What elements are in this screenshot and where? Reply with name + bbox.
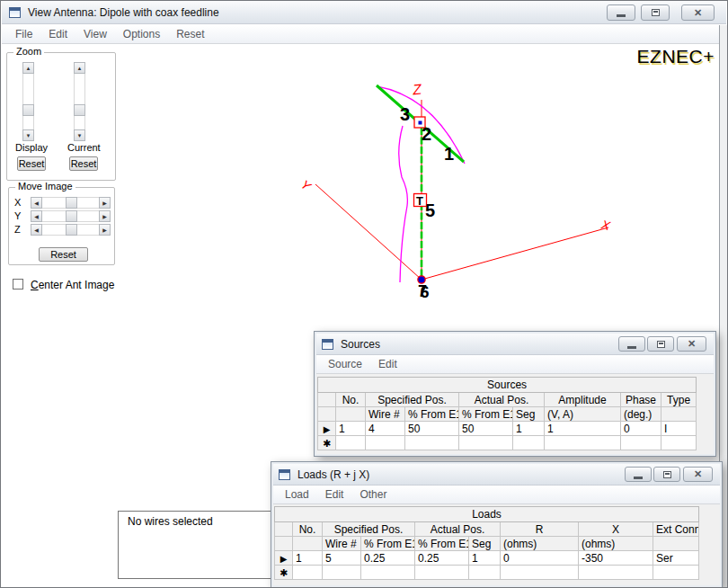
feedline-current-curve: [399, 126, 408, 282]
current-row-icon: ▶: [324, 424, 331, 434]
cell-empty[interactable]: [361, 566, 415, 580]
cell-no[interactable]: 1: [336, 422, 366, 436]
cell-empty[interactable]: [579, 566, 653, 580]
loads-table: Loads No. Specified Pos. Actual Pos. R X…: [274, 506, 699, 580]
selector-header: [275, 522, 293, 537]
subcol-spec-pct: % From E1: [361, 537, 415, 551]
col-specified-pos: Specified Pos.: [366, 393, 459, 407]
x-axis-label: X: [599, 217, 612, 233]
cell-empty[interactable]: [323, 566, 361, 580]
cell-act-pct: 0.25: [415, 551, 469, 566]
selector-header: [318, 393, 336, 407]
cell-empty[interactable]: [621, 436, 661, 450]
cell-empty[interactable]: [501, 566, 579, 580]
close-icon: ✕: [688, 339, 696, 349]
cell-phase[interactable]: 0: [621, 422, 661, 436]
subcol-empty: [661, 407, 697, 422]
minimize-button[interactable]: [618, 336, 645, 352]
cell-seg: 1: [513, 422, 545, 436]
col-phase: Phase: [621, 393, 661, 407]
cell-spec-pct[interactable]: 0.25: [361, 551, 415, 566]
new-row-icon: ✱: [323, 438, 331, 449]
loads-banner: Loads: [275, 507, 699, 522]
menu-source[interactable]: Source: [320, 358, 370, 370]
new-row: ✱: [275, 566, 699, 580]
cell-x[interactable]: -350: [579, 551, 653, 566]
cell-no[interactable]: 1: [293, 551, 323, 566]
menu-load[interactable]: Load: [277, 488, 317, 501]
sources-titlebar[interactable]: Sources ✕: [316, 334, 714, 355]
sources-banner: Sources: [318, 378, 697, 393]
subcol-amp-units: (V, A): [545, 407, 621, 422]
subcol-act-pct: % From E1: [459, 407, 513, 422]
menu-other[interactable]: Other: [351, 488, 395, 501]
cell-wire[interactable]: 5: [323, 551, 361, 566]
cell-amplitude[interactable]: 1: [545, 422, 621, 436]
col-ext-conn: Ext Conn: [653, 522, 699, 537]
cell-empty: [415, 566, 469, 580]
close-button[interactable]: ✕: [677, 336, 706, 352]
new-row-selector[interactable]: ✱: [275, 566, 293, 580]
row-selector[interactable]: ▶: [275, 551, 293, 566]
window-icon: [322, 339, 333, 350]
table-row: ▶ 1 5 0.25 0.25 1 0 -350 Ser: [275, 551, 699, 566]
subcol-spec-pct: % From E1: [405, 407, 459, 422]
cell-empty[interactable]: [653, 566, 699, 580]
cell-ext-conn[interactable]: Ser: [653, 551, 699, 566]
table-row: ▶ 1 4 50 50 1 1 0 I: [318, 422, 697, 436]
row-selector[interactable]: ▶: [318, 422, 336, 436]
cell-empty[interactable]: [336, 436, 366, 450]
col-actual-pos: Actual Pos.: [459, 393, 545, 407]
cell-wire[interactable]: 4: [366, 422, 405, 436]
col-no: No.: [293, 522, 323, 537]
cell-empty[interactable]: [366, 436, 405, 450]
subcol-wire: Wire #: [323, 537, 361, 551]
cell-empty: [513, 436, 545, 450]
cell-empty[interactable]: [661, 436, 697, 450]
subcol-empty: [336, 407, 366, 422]
loads-titlebar[interactable]: Loads (R + j X) ✕: [273, 464, 720, 486]
cell-empty[interactable]: [293, 566, 323, 580]
col-no: No.: [336, 393, 366, 407]
cell-empty[interactable]: [405, 436, 459, 450]
wire-label-3: 3: [400, 104, 410, 124]
cell-type[interactable]: I: [661, 422, 697, 436]
cell-r[interactable]: 0: [501, 551, 579, 566]
load-marker-t: T: [416, 194, 423, 208]
new-row-selector[interactable]: ✱: [318, 436, 336, 450]
minimize-icon: [627, 346, 636, 349]
loads-title: Loads (R + j X): [297, 468, 369, 481]
loads-window: Loads (R + j X) ✕ Load Edit Other Loads …: [271, 461, 723, 588]
subcol-x-units: (ohms): [579, 537, 653, 551]
close-button[interactable]: ✕: [683, 467, 713, 482]
subcol-empty: [293, 537, 323, 551]
cell-seg: 1: [469, 551, 501, 566]
sources-menubar: Source Edit: [316, 355, 714, 374]
restore-button[interactable]: [647, 336, 674, 352]
window-icon: [279, 469, 290, 480]
restore-button[interactable]: [653, 467, 680, 482]
wire-label-6: 6: [421, 283, 430, 301]
current-row-icon: ▶: [280, 554, 288, 564]
menu-edit[interactable]: Edit: [317, 488, 352, 501]
cell-empty[interactable]: [545, 436, 621, 450]
cell-empty: [469, 566, 501, 580]
minimize-icon: [634, 477, 643, 479]
wire-label-1: 1: [444, 144, 454, 164]
col-amplitude: Amplitude: [545, 393, 621, 407]
cell-spec-pct[interactable]: 50: [405, 422, 459, 436]
subcol-act-pct: % From E1: [415, 537, 469, 551]
restore-icon: [663, 471, 671, 478]
loads-menubar: Load Edit Other: [273, 486, 720, 504]
col-x: X: [579, 522, 653, 537]
subcol-empty: [653, 537, 699, 551]
col-type: Type: [661, 393, 697, 407]
sources-title: Sources: [341, 338, 380, 351]
subcol-phase-units: (deg.): [621, 407, 661, 422]
minimize-button[interactable]: [625, 467, 652, 482]
wire-label-5: 5: [425, 200, 435, 220]
z-axis-label: Z: [411, 81, 423, 97]
y-axis-line: [315, 184, 422, 280]
col-actual-pos: Actual Pos.: [415, 522, 501, 537]
menu-edit[interactable]: Edit: [370, 358, 405, 370]
